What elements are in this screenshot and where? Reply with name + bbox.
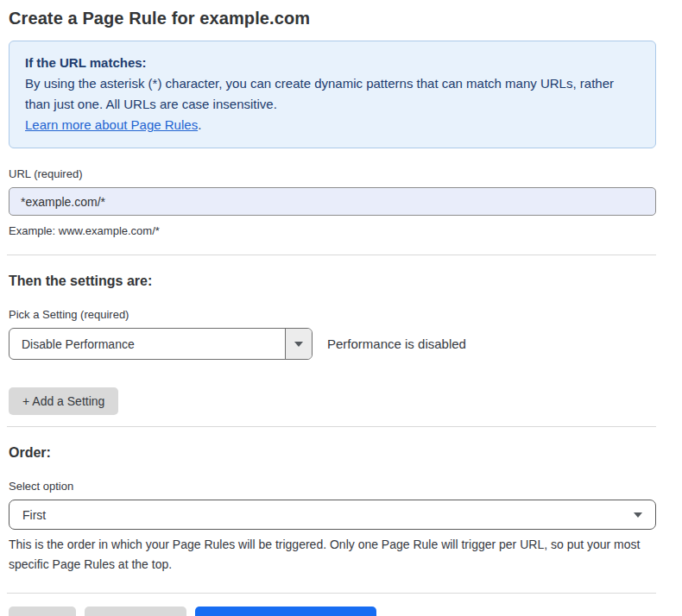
setting-row: Disable Performance Performance is disab… [9,328,656,360]
chevron-down-icon [294,342,303,347]
info-box-heading: If the URL matches: [25,53,640,73]
setting-select-arrow-button[interactable] [285,329,312,359]
url-match-info-box: If the URL matches: By using the asteris… [9,41,656,148]
learn-more-link[interactable]: Learn more about Page Rules [25,117,198,132]
order-section-heading: Order: [9,445,656,461]
footer-button-row: Cancel Save as Draft Save and Deploy Pag… [9,607,656,616]
order-select-value: First [22,508,46,522]
page-rule-form: Create a Page Rule for example.com If th… [0,0,682,616]
section-divider [7,255,656,255]
section-divider [7,593,656,594]
page-title: Create a Page Rule for example.com [9,9,656,28]
chevron-down-icon [634,512,642,518]
save-and-deploy-button[interactable]: Save and Deploy Page Rule [195,607,376,616]
setting-select-value: Disable Performance [9,329,285,359]
url-input[interactable] [9,187,656,216]
info-box-body: By using the asterisk (*) character, you… [25,73,640,115]
add-setting-button[interactable]: + Add a Setting [9,387,118,415]
cancel-button[interactable]: Cancel [9,607,76,616]
order-select[interactable]: First [9,500,656,530]
link-suffix: . [198,117,201,132]
setting-select[interactable]: Disable Performance [9,328,313,360]
order-helper-text: This is the order in which your Page Rul… [9,535,656,575]
setting-status-text: Performance is disabled [327,336,466,351]
info-box-link-line: Learn more about Page Rules. [25,115,640,135]
pick-setting-label: Pick a Setting (required) [9,308,656,321]
save-as-draft-button[interactable]: Save as Draft [85,607,187,616]
url-field-label: URL (required) [9,167,656,180]
order-select-label: Select option [9,480,656,493]
url-example-helper: Example: www.example.com/* [9,222,656,240]
section-divider [7,426,656,427]
settings-section-heading: Then the settings are: [9,273,656,289]
